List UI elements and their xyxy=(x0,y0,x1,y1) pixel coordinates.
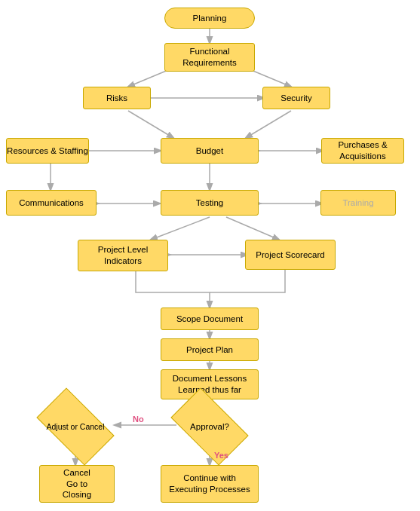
document-lessons-node: Document Lessons Learned thus far xyxy=(161,369,259,399)
communications-node: Communications xyxy=(6,190,97,216)
approval-node: Approval? xyxy=(172,404,247,449)
svg-line-12 xyxy=(151,217,210,240)
planning-label: Planning xyxy=(193,13,227,24)
project-level-indicators-label: Project Level Indicators xyxy=(98,244,148,267)
approval-label: Approval? xyxy=(190,422,229,431)
security-node: Security xyxy=(262,87,330,109)
resources-staffing-label: Resources & Staffing xyxy=(7,145,88,157)
budget-label: Budget xyxy=(196,145,223,157)
project-scorecard-node: Project Scorecard xyxy=(245,240,336,270)
svg-line-13 xyxy=(226,217,279,240)
project-plan-label: Project Plan xyxy=(186,344,233,356)
training-node: Training xyxy=(320,190,396,216)
document-lessons-label: Document Lessons Learned thus far xyxy=(173,373,247,396)
budget-node: Budget xyxy=(161,138,259,164)
cancel-closing-label: Cancel Go to Closing xyxy=(63,467,91,501)
scope-document-node: Scope Document xyxy=(161,308,259,330)
project-plan-node: Project Plan xyxy=(161,338,259,361)
functional-requirements-node: Functional Requirements xyxy=(164,43,255,72)
security-label: Security xyxy=(281,93,312,104)
svg-line-5 xyxy=(246,111,291,138)
continue-executing-node: Continue with Executing Processes xyxy=(161,465,259,503)
adjust-cancel-label: Adjust or Cancel xyxy=(46,422,104,431)
yes-label: Yes xyxy=(214,451,228,460)
communications-label: Communications xyxy=(19,197,84,209)
planning-node: Planning xyxy=(164,8,255,29)
risks-node: Risks xyxy=(83,87,151,109)
testing-node: Testing xyxy=(161,190,259,216)
project-scorecard-label: Project Scorecard xyxy=(256,249,324,261)
flowchart: Planning Functional Requirements Risks S… xyxy=(0,0,420,511)
purchases-acquisitions-node: Purchases & Acquisitions xyxy=(321,138,404,164)
continue-executing-label: Continue with Executing Processes xyxy=(169,473,250,495)
risks-label: Risks xyxy=(106,93,127,104)
no-label: No xyxy=(133,415,144,424)
cancel-closing-node: Cancel Go to Closing xyxy=(39,465,115,503)
project-level-indicators-node: Project Level Indicators xyxy=(78,240,168,271)
testing-label: Testing xyxy=(196,197,223,209)
purchases-acquisitions-label: Purchases & Acquisitions xyxy=(338,139,387,162)
scope-document-label: Scope Document xyxy=(176,314,243,325)
svg-line-4 xyxy=(128,111,173,138)
training-label: Training xyxy=(342,197,373,209)
adjust-cancel-node: Adjust or Cancel xyxy=(38,404,113,449)
functional-requirements-label: Functional Requirements xyxy=(182,46,237,69)
resources-staffing-node: Resources & Staffing xyxy=(6,138,89,164)
